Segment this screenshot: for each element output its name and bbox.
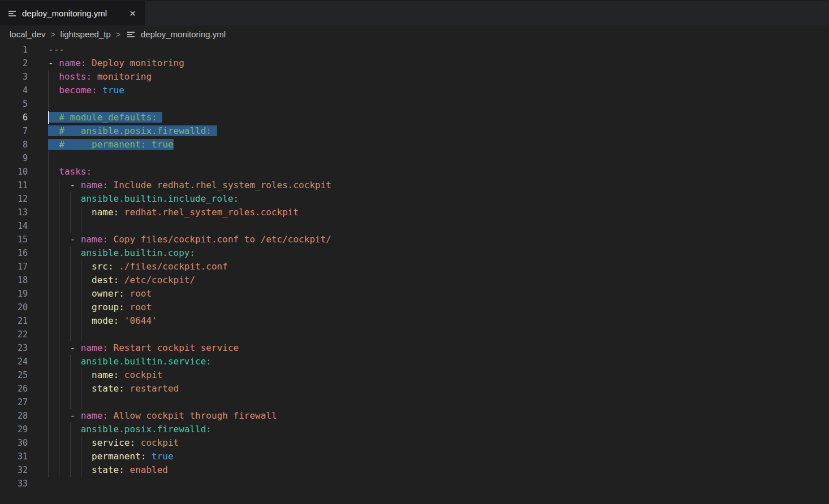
indent-guide [48, 368, 49, 382]
code-editor[interactable]: 1---2- name: Deploy monitoring3 hosts: m… [0, 43, 829, 490]
code-text: group: root [48, 301, 152, 314]
line-number[interactable]: 14 [0, 219, 35, 233]
indent-guide [70, 314, 71, 328]
line-number[interactable]: 18 [0, 273, 35, 287]
indent-guide [48, 192, 49, 206]
tab-deploy-monitoring-yml[interactable]: deploy_monitoring.yml × [0, 1, 145, 25]
code-line[interactable]: 23 - name: Restart cockpit service [0, 341, 829, 355]
code-line[interactable]: 16 ansible.builtin.copy: [0, 246, 829, 260]
line-number[interactable]: 27 [0, 396, 35, 409]
code-line[interactable]: 19 owner: root [0, 287, 829, 301]
close-icon[interactable]: × [127, 7, 138, 19]
indent-guide [70, 368, 71, 382]
indent-guide [48, 355, 49, 368]
indent-guide [70, 328, 71, 341]
line-number[interactable]: 13 [0, 206, 35, 219]
code-line[interactable]: 13 name: redhat.rhel_system_roles.cockpi… [0, 206, 829, 219]
code-line[interactable]: 7 # ansible.posix.firewalld: [0, 124, 829, 138]
line-number[interactable]: 11 [0, 179, 35, 192]
line-number[interactable]: 20 [0, 301, 35, 314]
indent-guide [81, 463, 81, 477]
line-number[interactable]: 15 [0, 233, 35, 246]
line-number[interactable]: 10 [0, 165, 35, 179]
line-number[interactable]: 23 [0, 341, 35, 355]
line-number[interactable]: 32 [0, 463, 35, 477]
code-text: state: enabled [48, 463, 168, 477]
line-number[interactable]: 19 [0, 287, 35, 301]
line-number[interactable]: 31 [0, 450, 35, 463]
line-number[interactable]: 29 [0, 423, 35, 436]
code-line[interactable]: 27 [0, 396, 829, 409]
code-line[interactable]: 30 service: cockpit [0, 436, 829, 450]
indent-guide [70, 436, 71, 450]
code-line[interactable]: 5 [0, 97, 829, 111]
line-number[interactable]: 22 [0, 328, 35, 341]
code-line[interactable]: 21 mode: '0644' [0, 314, 829, 328]
code-text: mode: '0644' [48, 314, 157, 328]
code-line[interactable]: 26 state: restarted [0, 382, 829, 396]
code-text: # module_defaults: [48, 111, 162, 124]
code-line[interactable]: 12 ansible.builtin.include_role: [0, 192, 829, 206]
code-text: - name: Deploy monitoring [48, 57, 184, 70]
line-number[interactable]: 12 [0, 192, 35, 206]
indent-guide [59, 436, 59, 450]
code-line[interactable]: 10 tasks: [0, 165, 829, 179]
indent-guide [48, 206, 49, 219]
code-text: become: true [48, 84, 124, 97]
code-line[interactable]: 18 dest: /etc/cockpit/ [0, 273, 829, 287]
code-line[interactable]: 24 ansible.builtin.service: [0, 355, 829, 368]
line-number[interactable]: 16 [0, 246, 35, 260]
line-number[interactable]: 28 [0, 409, 35, 423]
indent-guide [81, 382, 81, 396]
line-number[interactable]: 3 [0, 70, 35, 84]
line-number[interactable]: 25 [0, 368, 35, 382]
indent-guide [59, 355, 59, 368]
indent-guide [48, 97, 49, 111]
line-number[interactable]: 8 [0, 138, 35, 151]
code-line[interactable]: 32 state: enabled [0, 463, 829, 477]
indent-guide [48, 273, 49, 287]
code-text: ansible.posix.firewalld: [48, 423, 211, 436]
code-line[interactable]: 29 ansible.posix.firewalld: [0, 423, 829, 436]
code-line[interactable]: 11 - name: Include redhat.rhel_system_ro… [0, 179, 829, 192]
code-line[interactable]: 17 src: ./files/cockpit.conf [0, 260, 829, 273]
line-number[interactable]: 1 [0, 43, 35, 57]
line-number[interactable]: 26 [0, 382, 35, 396]
line-number[interactable]: 5 [0, 97, 35, 111]
breadcrumb-item-local-dev[interactable]: local_dev [10, 29, 45, 39]
indent-guide [59, 328, 59, 341]
code-line[interactable]: 4 become: true [0, 84, 829, 97]
indent-guide [48, 233, 49, 246]
line-number[interactable]: 17 [0, 260, 35, 273]
indent-guide [81, 260, 81, 273]
line-number[interactable]: 21 [0, 314, 35, 328]
code-line[interactable]: 8 # permanent: true [0, 138, 829, 151]
code-line[interactable]: 9 [0, 151, 829, 165]
code-line[interactable]: 6 # module_defaults: [0, 111, 829, 124]
code-line[interactable]: 31 permanent: true [0, 450, 829, 463]
tab-bar: deploy_monitoring.yml × [0, 0, 829, 25]
code-line[interactable]: 20 group: root [0, 301, 829, 314]
indent-guide [48, 70, 49, 84]
indent-guide [81, 219, 81, 233]
code-line[interactable]: 22 [0, 328, 829, 341]
line-number[interactable]: 33 [0, 477, 35, 490]
line-number[interactable]: 30 [0, 436, 35, 450]
code-line[interactable]: 33 [0, 477, 829, 490]
code-line[interactable]: 14 [0, 219, 829, 233]
line-number[interactable]: 7 [0, 124, 35, 138]
line-number[interactable]: 6 [0, 111, 35, 124]
line-number[interactable]: 9 [0, 151, 35, 165]
code-text: name: redhat.rhel_system_roles.cockpit [48, 206, 299, 219]
code-line[interactable]: 28 - name: Allow cockpit through firewal… [0, 409, 829, 423]
code-line[interactable]: 25 name: cockpit [0, 368, 829, 382]
code-line[interactable]: 1--- [0, 43, 829, 57]
code-line[interactable]: 3 hosts: monitoring [0, 70, 829, 84]
code-line[interactable]: 2- name: Deploy monitoring [0, 57, 829, 70]
breadcrumb-item-lightspeed-tp[interactable]: lightspeed_tp [61, 29, 111, 39]
line-number[interactable]: 24 [0, 355, 35, 368]
line-number[interactable]: 2 [0, 57, 35, 70]
code-line[interactable]: 15 - name: Copy files/cockpit.conf to /e… [0, 233, 829, 246]
breadcrumb-item-file[interactable]: deploy_monitoring.yml [141, 29, 226, 39]
line-number[interactable]: 4 [0, 84, 35, 97]
